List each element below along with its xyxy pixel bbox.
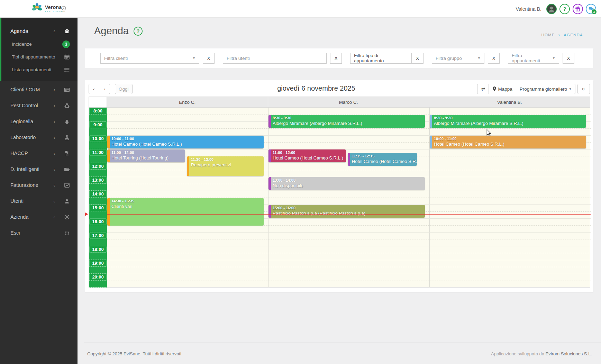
sidebar-item-agenda[interactable]: Agenda ‹ [1,24,78,38]
map-pin-icon [492,87,497,91]
sidebar-item-incidenze[interactable]: Incidenze3 [1,38,78,51]
sidebar-submenu: Incidenze3Tipi di appuntamentoLista appu… [1,38,78,76]
sidebar-item-label: D. Intelligenti [10,166,39,172]
filter-group-filtra-clienti: Filtra clienti▼X [100,53,215,64]
help-icon[interactable]: ? [559,4,570,14]
calendar-body[interactable]: 8:009:0010:0011:0012:0013:0014:0015:0016… [89,108,590,288]
chat-icon[interactable]: 1 [586,4,596,14]
sidebar-item-label: Azienda [10,214,28,220]
event-hotel-cameo-hotel-cameo-s-r-l[interactable]: 10:00 - 11:00Hotel Cameo (Hotel Cameo S.… [107,136,264,148]
chevron-left-icon: ‹ [54,199,55,204]
event-pastificio-pastori-s-p-a-pastificio-pastori-s-p-a[interactable]: 15:00 - 16:00Pastificio Pastori s.p.a (P… [268,205,425,218]
clear-filter-button[interactable]: X [203,53,215,64]
chat-count-badge: 1 [591,9,597,15]
sidebar-item-label: Legionella [10,119,33,124]
event-title: Pastificio Pastori s.p.a (Pastificio Pas… [273,211,423,216]
next-day-button[interactable]: › [99,84,110,94]
sidebar-item-pest-control[interactable]: Pest Control‹ [0,98,78,113]
gift-icon[interactable] [573,4,583,14]
flower-logo-icon [31,2,43,14]
flask-icon [64,135,70,140]
event-albergo-miramare-albergo-miramare-s-r-l[interactable]: 8:30 - 9:30Albergo Miramare (Albergo Mir… [268,115,425,128]
user-name[interactable]: Valentina B. [516,6,541,12]
column-header-enzo-c: Enzo C. [107,97,268,107]
caret-down-icon: ▼ [569,88,572,91]
breadcrumb-home[interactable]: HOME [541,33,555,37]
event-non-disponibile[interactable]: 13:00 - 14:00Non disponibile [268,177,425,190]
home-icon[interactable] [64,28,70,34]
event-time: 15:00 - 16:00 [273,206,423,211]
event-hotel-cameo-hotel-cameo-s-r-l[interactable]: 10:00 - 11:00Hotel Cameo (Hotel Cameo S.… [430,136,586,148]
half-hour-cell [89,253,107,260]
event-hotel-cameo-hotel-cameo-s-r-l[interactable]: 11:00 - 12:00Hotel Cameo (Hotel Cameo S.… [268,149,346,162]
clear-filter-button[interactable]: X [330,53,342,64]
event-hotel-touring-hotel-touring[interactable]: 11:00 - 12:00Hotel Touring (Hotel Tourin… [107,149,185,162]
time-gutter: 8:009:0010:0011:0012:0013:0014:0015:0016… [89,108,107,288]
clear-filter-button[interactable]: X [563,53,574,64]
mappa-button[interactable]: Mappa [489,84,516,94]
event-clienti-vari[interactable]: 14:30 - 16:35Clienti vari [107,198,264,226]
footer: Copyright © 2025 EviSane. Tutti i diritt… [84,343,601,356]
hour-line [107,246,591,246]
sidebar-item-label: Incidenze [12,42,32,47]
double-chevron-icon: » [581,88,586,90]
sidebar-item-tipi-di-appuntamento[interactable]: Tipi di appuntamento [1,51,78,63]
sidebar-item-label: Clienti / CRM [10,87,40,92]
event-title: Albergo Miramare (Albergo Miramare S.R.L… [273,121,423,126]
filter-bar: Filtra clienti▼XFiltra utentiXFiltra tip… [85,48,593,68]
filter-filtra-utenti-input[interactable]: Filtra utenti [223,53,327,64]
filter-filtra-tipo-di-appuntamento-select[interactable]: Filtra tipo di appuntamento [350,53,412,64]
event-title: Hotel Touring (Hotel Touring) [111,155,183,161]
current-time-arrow [85,212,88,216]
sidebar-item-legionella[interactable]: Legionella‹ [0,113,78,129]
half-hour-cell [89,267,107,274]
sidebar-item-lista-appuntamenti[interactable]: Lista appuntamenti [1,63,78,76]
filter-filtra-appuntamenti-select[interactable]: Filtra appuntamenti▼ [508,53,559,64]
half-hour-cell [89,211,107,218]
event-albergo-miramare-albergo-miramare-s-r-l[interactable]: 8:30 - 9:30Albergo Miramare (Albergo Mir… [430,115,586,128]
sidebar-item-utenti[interactable]: Utenti‹ [0,193,78,209]
prev-day-button[interactable]: ‹ [89,84,99,94]
page-help-icon[interactable]: ? [134,27,143,36]
copyright-text: Copyright © 2025 EviSane. Tutti i diritt… [87,351,182,356]
sidebar-item-clienti-crm[interactable]: Clienti / CRM‹ [0,82,78,98]
avatar[interactable] [546,4,557,14]
calendar-panel: ‹ › Oggi giovedì 6 novembre 2025 ⇄ Mappa [85,80,593,292]
gear-icon[interactable] [61,5,67,11]
swap-view-button[interactable]: ⇄ [477,84,489,94]
hour-label: 15:00 [89,204,107,211]
hour-cell: 20:00 [89,274,107,281]
hour-cell: 9:00 [89,121,107,128]
list-icon [64,67,70,73]
chevron-left-icon: ‹ [54,119,55,124]
sidebar-item-fatturazione[interactable]: Fatturazione‹ [0,177,78,193]
clear-filter-button[interactable]: X [412,53,424,64]
developer-link[interactable]: Evirom Soluciones S.L. [546,351,592,356]
view-mode-select[interactable]: Programma giornaliero ▼ [516,84,575,94]
event-hotel-cameo-hotel-cameo-s-r-l[interactable]: 11:15 - 12:15Hotel Cameo (Hotel Cameo S.… [348,153,417,166]
sidebar-item-label: HACCP [10,151,28,156]
half-hour-line [107,267,591,267]
hour-cell: 14:00 [89,191,107,198]
calendar-header-row: Enzo C.Marco C.Valentina B. [89,97,590,108]
chevron-left-icon: ‹ [54,135,55,140]
hour-label: 16:00 [89,218,107,225]
filter-group-filtra-gruppo: Filtra gruppo▼X [432,53,500,64]
sidebar-item-haccp[interactable]: HACCP‹ [0,145,78,161]
today-button[interactable]: Oggi [115,84,133,94]
half-hour-line [107,170,591,170]
clear-filter-button[interactable]: X [488,53,500,64]
hour-label: 13:00 [89,177,107,183]
event-recupero-preventivi[interactable]: 11:30 - 13:00Recupero preventivi [187,156,264,176]
filter-filtra-clienti-select[interactable]: Filtra clienti▼ [100,53,199,64]
event-time: 10:00 - 11:00 [434,136,584,142]
caret-down-icon: ▼ [475,56,481,60]
count-badge: 3 [62,40,70,48]
top-bar: Verona PEST CONTROL Valentina B. ? 1 [0,0,601,18]
sidebar-item-laboratorio[interactable]: Laboratorio‹ [0,129,78,145]
collapse-toolbar-button[interactable]: » [577,84,590,94]
sidebar-item-azienda[interactable]: Azienda‹ [0,209,78,225]
sidebar-item-esci[interactable]: Esci [0,225,78,241]
filter-filtra-gruppo-select[interactable]: Filtra gruppo▼ [432,53,484,64]
sidebar-item-d-intelligenti[interactable]: D. Intelligenti‹ [0,161,78,177]
